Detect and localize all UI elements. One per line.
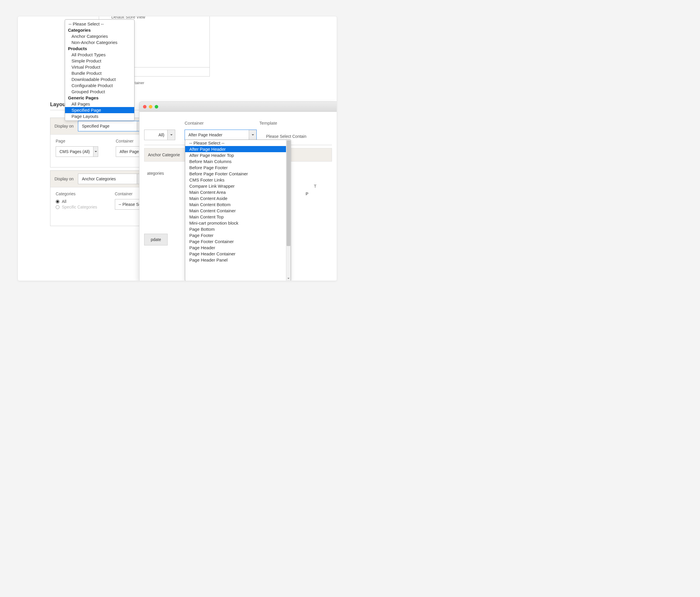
dropdown-option[interactable]: Main Content Bottom bbox=[185, 201, 286, 208]
dropdown-option[interactable]: After Page Header bbox=[185, 146, 286, 152]
dropdown-option[interactable]: Before Page Footer bbox=[185, 165, 286, 171]
dropdown-option[interactable]: All Pages bbox=[65, 101, 134, 107]
container-header: Container bbox=[184, 120, 204, 125]
window-titlebar[interactable] bbox=[140, 102, 337, 112]
dropdown-option[interactable]: Grouped Product bbox=[65, 89, 134, 95]
scrollbar-thumb[interactable] bbox=[286, 140, 291, 246]
anchor-row-label: Anchor Categorie bbox=[148, 152, 180, 157]
dropdown-option[interactable]: Main Content Aside bbox=[185, 195, 286, 201]
template-header: Template bbox=[259, 120, 277, 125]
display-on-label: Display on bbox=[54, 124, 74, 128]
display-on-dropdown-list[interactable]: -- Please Select --CategoriesAnchor Cate… bbox=[65, 19, 134, 121]
dropdown-option[interactable]: Page Header Container bbox=[185, 251, 286, 257]
dropdown-option[interactable]: Specified Page bbox=[65, 107, 134, 113]
dropdown-option[interactable]: Simple Product bbox=[65, 58, 134, 64]
dropdown-option[interactable]: Non-Anchor Categories bbox=[65, 39, 134, 45]
display-on-select-value: Specified Page bbox=[78, 124, 137, 128]
container-select-window-value: After Page Header bbox=[185, 133, 249, 137]
dropdown-option[interactable]: Virtual Product bbox=[65, 64, 134, 70]
template-select[interactable]: P bbox=[306, 191, 332, 196]
dropdown-option[interactable]: -- Please Select -- bbox=[185, 140, 286, 146]
scrollbar-track[interactable] bbox=[286, 140, 291, 281]
chevron-down-icon bbox=[249, 130, 256, 140]
dropdown-option[interactable]: Mini-cart promotion block bbox=[185, 220, 286, 226]
dropdown-option[interactable]: Anchor Categories bbox=[65, 33, 134, 39]
button-label: pdate bbox=[151, 237, 161, 242]
dropdown-option[interactable]: Configurable Product bbox=[65, 82, 134, 89]
dropdown-option[interactable]: Bundle Product bbox=[65, 70, 134, 76]
dropdown-placeholder[interactable]: -- Please Select -- bbox=[65, 21, 134, 27]
dropdown-option[interactable]: Page Header Panel bbox=[185, 257, 286, 263]
chevron-down-icon bbox=[167, 130, 175, 140]
dropdown-option[interactable]: Before Page Footer Container bbox=[185, 171, 286, 177]
container-dropdown-list[interactable]: -- Please Select --After Page HeaderAfte… bbox=[185, 140, 291, 281]
display-on-select[interactable]: Anchor Categories bbox=[78, 173, 145, 184]
dropdown-option[interactable]: Page Header bbox=[185, 244, 286, 251]
dropdown-option[interactable]: Page Footer Container bbox=[185, 238, 286, 244]
container-select-window[interactable]: After Page Header bbox=[184, 129, 257, 140]
dropdown-option[interactable]: All Product Types bbox=[65, 52, 134, 58]
dropdown-option[interactable]: Page Footer bbox=[185, 232, 286, 238]
page-select-window[interactable]: All) bbox=[144, 129, 175, 140]
dropdown-option[interactable]: Page Bottom bbox=[185, 226, 286, 232]
dropdown-option[interactable]: Main Content Top bbox=[185, 214, 286, 220]
template-select-value: P bbox=[306, 191, 308, 196]
page-select-window-value: All) bbox=[145, 133, 167, 137]
dropdown-group-label: Categories bbox=[65, 27, 134, 33]
add-layout-update-button[interactable]: pdate bbox=[144, 234, 168, 245]
dropdown-option[interactable]: After Page Header Top bbox=[185, 152, 286, 158]
template-column: T P bbox=[306, 184, 332, 196]
radio-label: All bbox=[62, 199, 67, 204]
radio-input[interactable] bbox=[56, 200, 59, 204]
window-close-icon[interactable] bbox=[143, 105, 147, 109]
window-minimize-icon[interactable] bbox=[149, 105, 152, 109]
window-zoom-icon[interactable] bbox=[155, 105, 158, 109]
dropdown-option[interactable]: Page Layouts bbox=[65, 113, 134, 119]
dropdown-group-label: Generic Pages bbox=[65, 95, 134, 101]
dropdown-group-label: Products bbox=[65, 45, 134, 52]
page-select-value: CMS Pages (All) bbox=[56, 149, 93, 154]
dropdown-option[interactable]: Main Content Area bbox=[185, 189, 286, 195]
dropdown-option[interactable]: Main Content Container bbox=[185, 208, 286, 214]
radio-label: Specific Categories bbox=[62, 205, 97, 209]
admin-card: Default Store View Sort nces in the same… bbox=[18, 16, 337, 281]
dropdown-option[interactable]: CMS Footer Links bbox=[185, 177, 286, 183]
display-on-label: Display on bbox=[54, 176, 74, 181]
scroll-down-icon[interactable] bbox=[286, 276, 291, 281]
dropdown-option[interactable]: Before Main Columns bbox=[185, 158, 286, 165]
template-column-header: T bbox=[306, 184, 332, 189]
page-column-header: Page bbox=[56, 139, 98, 143]
categories-radio-specific[interactable]: Specific Categories bbox=[56, 205, 97, 209]
page-select[interactable]: CMS Pages (All) bbox=[56, 146, 98, 157]
categories-radio-all[interactable]: All bbox=[56, 199, 97, 204]
display-on-select-value: Anchor Categories bbox=[78, 176, 137, 181]
display-on-select[interactable]: Specified Page bbox=[78, 121, 145, 132]
chevron-down-icon bbox=[93, 147, 98, 157]
dropdown-option[interactable]: Compare Link Wrapper bbox=[185, 183, 286, 189]
template-note: Please Select Contain bbox=[266, 132, 306, 139]
radio-input[interactable] bbox=[56, 205, 59, 209]
dropdown-option[interactable]: Downloadable Product bbox=[65, 76, 134, 82]
categories-column-header: Categories bbox=[56, 191, 97, 196]
